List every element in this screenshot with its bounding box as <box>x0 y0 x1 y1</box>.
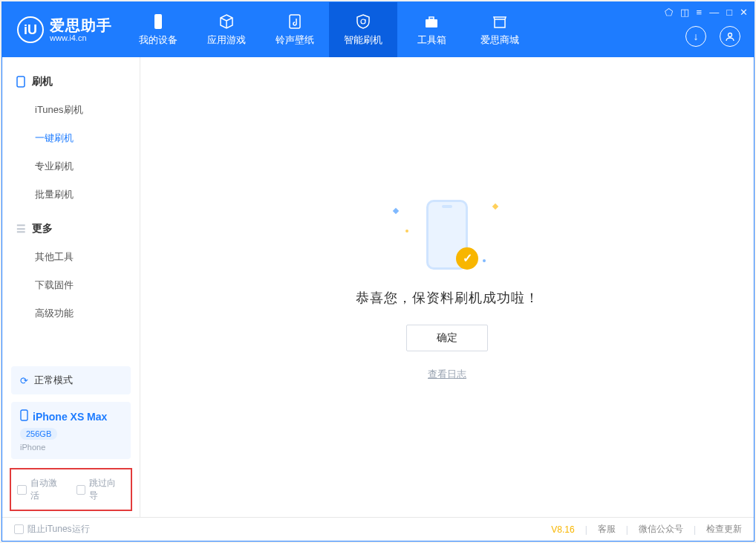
version-label: V8.16 <box>551 524 574 535</box>
confirm-button[interactable]: 确定 <box>406 325 488 351</box>
side-group-label: 更多 <box>32 222 53 235</box>
nav-label: 智能刷机 <box>344 33 382 47</box>
checkbox-icon <box>17 485 27 495</box>
maximize-icon[interactable]: □ <box>726 7 732 18</box>
svg-rect-1 <box>290 15 300 28</box>
svg-rect-6 <box>21 410 27 420</box>
nav-label: 爱思商城 <box>480 33 519 47</box>
storage-badge: 256GB <box>20 428 57 440</box>
checkbox-label: 跳过向导 <box>89 477 125 502</box>
main-panel: ✓ 恭喜您，保资料刷机成功啦！ 确定 查看日志 <box>140 57 754 517</box>
checkbox-block-itunes[interactable]: 阻止iTunes运行 <box>14 523 90 536</box>
nav-label: 我的设备 <box>139 33 177 47</box>
check-icon: ✓ <box>456 247 478 270</box>
checkbox-label: 自动激活 <box>30 477 66 502</box>
menu-icon[interactable]: ≡ <box>697 7 703 18</box>
nav-tab-store[interactable]: 爱思商城 <box>466 2 534 57</box>
checkbox-icon <box>76 485 86 495</box>
device-name: iPhone XS Max <box>33 411 107 423</box>
nav-tab-toolbox[interactable]: 工具箱 <box>397 2 466 57</box>
side-group-title: 刷机 <box>2 68 140 96</box>
separator: | <box>585 524 587 535</box>
svg-point-4 <box>729 33 732 37</box>
success-illustration: ✓ <box>388 194 506 276</box>
store-icon <box>491 13 509 30</box>
header-right-icons: ↓ <box>685 26 740 47</box>
link-customer-service[interactable]: 客服 <box>598 523 616 536</box>
sidebar-item-download-firmware[interactable]: 下载固件 <box>2 271 140 299</box>
device-type: iPhone <box>20 443 122 452</box>
sidebar-item-advanced[interactable]: 高级功能 <box>2 299 140 328</box>
close-icon[interactable]: ✕ <box>740 7 748 18</box>
sidebar-item-batch-flash[interactable]: 批量刷机 <box>2 181 140 209</box>
svg-rect-2 <box>426 19 437 27</box>
user-icon[interactable] <box>720 26 740 47</box>
footer: 阻止iTunes运行 V8.16 | 客服 | 微信公众号 | 检查更新 <box>2 517 754 541</box>
sidebar-item-other-tools[interactable]: 其他工具 <box>2 243 140 271</box>
view-log-link[interactable]: 查看日志 <box>428 368 466 381</box>
separator: | <box>626 524 628 535</box>
mode-box[interactable]: ⟳ 正常模式 <box>11 366 131 394</box>
nav-tab-ringtones[interactable]: 铃声壁纸 <box>261 2 329 57</box>
nav-label: 应用游戏 <box>207 33 246 47</box>
side-group-more: ☰ 更多 其他工具 下载固件 高级功能 <box>2 215 140 328</box>
feedback-icon[interactable]: ◫ <box>680 7 689 18</box>
link-check-update[interactable]: 检查更新 <box>706 523 742 536</box>
shield-sync-icon <box>354 13 372 30</box>
checkbox-auto-activate[interactable]: 自动激活 <box>17 477 66 502</box>
checkbox-skip-guide[interactable]: 跳过向导 <box>76 477 126 502</box>
music-file-icon <box>286 13 304 30</box>
logo: iU 爱思助手 www.i4.cn <box>2 16 124 43</box>
toolbox-icon <box>423 13 440 30</box>
phone-outline-icon <box>20 409 28 423</box>
body: 刷机 iTunes刷机 一键刷机 专业刷机 批量刷机 ☰ 更多 其他工具 下载固… <box>2 57 754 517</box>
window-controls: ⬠ ◫ ≡ — □ ✕ <box>665 7 748 18</box>
separator: | <box>694 524 696 535</box>
device-box[interactable]: iPhone XS Max 256GB iPhone <box>11 402 131 459</box>
device-icon <box>149 13 167 30</box>
svg-rect-0 <box>154 14 162 29</box>
list-icon: ☰ <box>16 224 26 234</box>
app-name: 爱思助手 <box>50 17 112 33</box>
sidebar-item-itunes-flash[interactable]: iTunes刷机 <box>2 96 140 124</box>
checkbox-icon <box>14 524 24 534</box>
options-box: 自动激活 跳过向导 <box>10 468 132 511</box>
header: iU 爱思助手 www.i4.cn 我的设备 应用游戏 铃声壁纸 智能刷机 <box>2 2 754 57</box>
logo-icon: iU <box>17 16 44 43</box>
side-group-title: ☰ 更多 <box>2 215 140 243</box>
nav-label: 工具箱 <box>417 33 446 47</box>
svg-rect-3 <box>429 17 434 19</box>
download-icon[interactable]: ↓ <box>685 26 706 47</box>
nav-tab-flash[interactable]: 智能刷机 <box>329 2 397 57</box>
sync-icon: ⟳ <box>20 375 28 386</box>
nav-tabs: 我的设备 应用游戏 铃声壁纸 智能刷机 工具箱 爱思商城 <box>124 2 534 57</box>
sidebar-item-pro-flash[interactable]: 专业刷机 <box>2 152 140 181</box>
phone-icon <box>16 77 26 87</box>
checkbox-label: 阻止iTunes运行 <box>27 523 90 536</box>
sidebar: 刷机 iTunes刷机 一键刷机 专业刷机 批量刷机 ☰ 更多 其他工具 下载固… <box>2 57 140 517</box>
nav-label: 铃声壁纸 <box>276 33 314 47</box>
minimize-icon[interactable]: — <box>709 7 719 18</box>
nav-tab-my-device[interactable]: 我的设备 <box>124 2 192 57</box>
app-site: www.i4.cn <box>50 33 112 42</box>
app-window: iU 爱思助手 www.i4.cn 我的设备 应用游戏 铃声壁纸 智能刷机 <box>1 1 755 542</box>
success-text: 恭喜您，保资料刷机成功啦！ <box>356 289 539 307</box>
mode-label: 正常模式 <box>34 374 73 387</box>
svg-rect-5 <box>17 77 25 87</box>
theme-icon[interactable]: ⬠ <box>665 7 673 18</box>
cube-icon <box>218 13 235 30</box>
sidebar-item-oneclick-flash[interactable]: 一键刷机 <box>2 124 140 152</box>
link-wechat[interactable]: 微信公众号 <box>639 523 683 536</box>
side-group-label: 刷机 <box>32 75 53 88</box>
nav-tab-apps[interactable]: 应用游戏 <box>192 2 261 57</box>
side-group-flash: 刷机 iTunes刷机 一键刷机 专业刷机 批量刷机 <box>2 68 140 209</box>
